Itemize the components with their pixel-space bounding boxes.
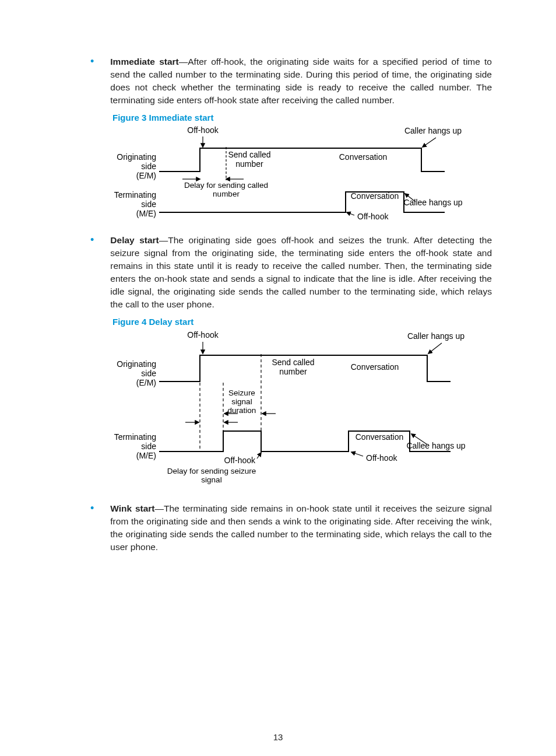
fig4-term-2: side (141, 442, 156, 451)
fig4-send-called: Send called (272, 358, 314, 367)
fig4-signal1: signal (231, 397, 252, 406)
fig4-offhook-top: Off-hook (187, 330, 219, 340)
page-number: 13 (0, 732, 556, 742)
body-text: Immediate start—After off-hook, the orig… (110, 55, 492, 107)
figure-4-caption: Figure 4 Delay start (112, 317, 492, 327)
fig4-orig-1: Originating (117, 359, 156, 369)
svg-line-16 (257, 453, 261, 459)
fig3-orig-2: side (141, 162, 156, 171)
fig4-caller-hangs: Caller hangs up (407, 331, 464, 341)
fig3-conv1: Conversation (339, 152, 388, 162)
bullet-icon: • (90, 502, 94, 514)
figure-3: Off-hook Caller hangs up Originating sid… (112, 125, 492, 223)
fig4-offhook-mid: Off-hook (224, 456, 256, 465)
fig3-term-2: side (141, 200, 156, 209)
fig3-orig-1: Originating (117, 152, 156, 162)
fig3-send-called: Send called (228, 150, 270, 159)
fig4-duration: duration (228, 406, 256, 415)
fig4-number1: number (279, 367, 307, 376)
svg-line-6 (347, 212, 354, 215)
fig3-caller-hangs: Caller hangs up (404, 126, 462, 135)
fig4-callee-hangs: Callee hangs up (406, 441, 465, 450)
svg-line-4 (423, 138, 436, 147)
bullet-icon: • (90, 234, 94, 246)
svg-line-11 (428, 343, 442, 354)
list-item-immediate: • Immediate start—After off-hook, the or… (90, 55, 492, 107)
item-body: —The terminating side remains in on-hook… (110, 503, 492, 552)
body-text: Delay start—The originating side goes of… (110, 234, 492, 311)
fig4-conv1: Conversation (351, 362, 399, 372)
fig4-delay1: Delay for sending seizure (167, 467, 256, 475)
fig4-term-1: Terminating (114, 432, 156, 442)
page: • Immediate start—After off-hook, the or… (0, 0, 556, 756)
fig3-term-1: Terminating (114, 190, 156, 200)
fig3-orig-3: (E/M) (136, 171, 156, 180)
list-item-delay: • Delay start—The originating side goes … (90, 234, 492, 311)
item-body: —The originating side goes off-hook and … (110, 235, 492, 309)
fig4-conv2: Conversation (356, 432, 404, 442)
fig3-delay: Delay for sending called (184, 181, 268, 190)
figure-4: Off-hook Caller hangs up Originating sid… (112, 329, 492, 492)
fig3-conv2: Conversation (351, 191, 399, 201)
fig4-offhook-bot: Off-hook (366, 453, 397, 463)
fig4-orig-2: side (141, 369, 156, 378)
fig4-orig-3: (E/M) (136, 378, 156, 387)
list-item-wink: • Wink start—The terminating side remain… (90, 502, 492, 554)
svg-line-17 (351, 452, 363, 456)
fig3-callee-hangs: Callee hangs up (403, 198, 462, 207)
fig3-term-3: (M/E) (136, 209, 156, 218)
fig3-number2: number (213, 190, 240, 198)
fig3-offhook-top: Off-hook (187, 125, 219, 135)
fig3-offhook-bot: Off-hook (357, 212, 389, 221)
fig4-seizure: Seizure (228, 388, 255, 397)
fig3-number1: number (235, 159, 263, 169)
fig4-term-3: (M/E) (136, 451, 156, 460)
body-text: Wink start—The terminating side remains … (110, 502, 492, 554)
item-title: Wink start (110, 503, 154, 513)
figure-3-caption: Figure 3 Immediate start (112, 113, 492, 123)
fig4-delay2: signal (201, 475, 221, 484)
bullet-icon: • (90, 55, 94, 67)
item-title: Delay start (110, 235, 159, 245)
item-title: Immediate start (110, 57, 178, 66)
